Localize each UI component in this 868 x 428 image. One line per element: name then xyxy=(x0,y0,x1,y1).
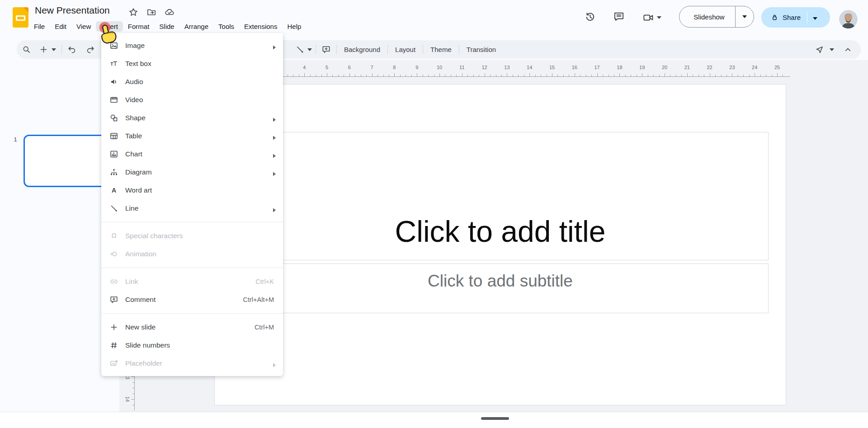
insert-menu-item-audio[interactable]: Audio xyxy=(101,73,283,91)
menubar-item-slide[interactable]: Slide xyxy=(154,21,179,32)
insert-menu-item-word-art[interactable]: AWord art xyxy=(101,181,283,199)
share-divider xyxy=(807,11,807,24)
menubar-item-help[interactable]: Help xyxy=(282,21,306,32)
menu-item-shortcut: Ctrl+Alt+M xyxy=(243,296,274,303)
share-options-caret[interactable] xyxy=(813,14,817,22)
insert-menu-item-comment[interactable]: CommentCtrl+Alt+M xyxy=(101,291,283,309)
slide-number: 1 xyxy=(11,136,20,143)
slide-numbers-icon xyxy=(109,341,118,350)
ruler-tick xyxy=(496,75,496,76)
avatar[interactable] xyxy=(839,10,858,28)
submenu-arrow-icon xyxy=(273,170,276,174)
line-icon xyxy=(109,204,118,213)
ruler-tick xyxy=(777,73,778,76)
ruler-tick xyxy=(687,73,688,76)
insert-menu-item-line[interactable]: Line xyxy=(101,199,283,217)
ruler-tick xyxy=(529,73,530,76)
ruler-tick xyxy=(327,73,327,76)
audio-icon xyxy=(109,77,118,86)
pointer-caret-icon[interactable] xyxy=(830,48,834,51)
menubar-item-file[interactable]: File xyxy=(29,21,50,32)
laser-pointer-icon[interactable] xyxy=(815,45,824,54)
ruler-number: 13 xyxy=(501,65,512,70)
menu-item-shortcut: Ctrl+M xyxy=(255,324,274,331)
animation-icon xyxy=(109,249,118,259)
toolbar-divider xyxy=(61,45,62,54)
ruler-tick xyxy=(349,73,350,76)
subtitle-placeholder-text: Click to add subtitle xyxy=(215,272,786,291)
open-comments-icon[interactable] xyxy=(613,11,625,23)
insert-menu-item-text-box[interactable]: Text box xyxy=(101,55,283,73)
share-button[interactable]: Share xyxy=(761,7,830,28)
insert-menu-item-video[interactable]: Video xyxy=(101,91,283,109)
menubar-item-tools[interactable]: Tools xyxy=(213,21,239,32)
insert-menu-item-new-slide[interactable]: New slideCtrl+M xyxy=(101,318,283,336)
menu-item-label: Placeholder xyxy=(125,359,273,367)
hide-menus-chevron-icon[interactable] xyxy=(843,45,853,54)
ruler-tick xyxy=(479,75,479,76)
menu-item-label: Line xyxy=(125,204,273,212)
theme-button[interactable]: Theme xyxy=(423,46,459,53)
line-tool-icon[interactable] xyxy=(295,45,305,54)
menubar: FileEditViewInsertFormatSlideArrangeTool… xyxy=(29,20,306,33)
star-icon[interactable] xyxy=(128,7,138,17)
insert-menu-item-table[interactable]: Table xyxy=(101,127,283,145)
ruler-tick xyxy=(772,75,772,76)
menubar-item-extensions[interactable]: Extensions xyxy=(239,21,282,32)
video-icon xyxy=(109,95,118,104)
ruler-tick xyxy=(557,75,558,76)
menubar-item-view[interactable]: View xyxy=(71,21,96,32)
ruler-tick xyxy=(642,73,642,76)
ruler-tick xyxy=(445,75,445,76)
ruler-tick xyxy=(372,73,373,76)
speaker-notes-resize-handle[interactable] xyxy=(481,417,509,420)
slideshow-options-caret[interactable] xyxy=(736,15,754,18)
menu-item-label: Chart xyxy=(125,150,273,158)
insert-menu-item-image[interactable]: Image xyxy=(101,37,283,55)
insert-menu-item-slide-numbers[interactable]: Slide numbers xyxy=(101,336,283,354)
ruler-tick xyxy=(383,75,384,76)
line-tool-caret-icon[interactable] xyxy=(307,48,312,51)
ruler-tick xyxy=(552,73,552,76)
transition-button[interactable]: Transition xyxy=(459,46,503,53)
insert-menu-item-shape[interactable]: Shape xyxy=(101,109,283,127)
text-box-icon xyxy=(109,59,118,68)
ruler-tick xyxy=(760,75,761,76)
placeholder-icon xyxy=(109,359,118,368)
meet-camera-icon[interactable] xyxy=(642,12,654,24)
ruler-tick xyxy=(310,75,311,76)
slide-canvas[interactable]: Click to add title Click to add subtitle xyxy=(214,84,786,405)
diagram-icon xyxy=(109,168,118,177)
menubar-item-insert[interactable]: Insert xyxy=(96,21,123,32)
new-slide-caret-icon[interactable] xyxy=(52,48,56,51)
add-comment-icon[interactable] xyxy=(321,45,331,54)
menu-divider xyxy=(101,313,283,314)
ruler-tick xyxy=(715,75,716,76)
meet-caret-icon[interactable] xyxy=(657,16,661,19)
menubar-item-edit[interactable]: Edit xyxy=(50,21,71,32)
ruler-tick xyxy=(726,75,727,76)
insert-menu-item-chart[interactable]: Chart xyxy=(101,145,283,163)
ruler-tick xyxy=(693,75,693,76)
word-art-icon: A xyxy=(109,186,118,195)
ruler-number: 17 xyxy=(592,65,603,70)
search-menus-icon[interactable] xyxy=(22,45,31,54)
redo-icon[interactable] xyxy=(86,45,95,54)
ruler-tick xyxy=(462,73,462,76)
move-folder-icon[interactable] xyxy=(146,7,156,17)
ruler-number: 16 xyxy=(569,65,580,70)
ruler-number: 24 xyxy=(749,65,760,70)
menubar-item-format[interactable]: Format xyxy=(123,21,155,32)
document-title[interactable]: New Presentation xyxy=(35,5,110,16)
slideshow-button[interactable]: Slideshow xyxy=(679,6,754,28)
insert-menu-item-diagram[interactable]: Diagram xyxy=(101,163,283,181)
version-history-icon[interactable] xyxy=(584,11,596,23)
new-slide-plus-icon[interactable] xyxy=(39,45,48,54)
ruler-tick xyxy=(721,75,722,76)
ruler-tick xyxy=(659,75,660,76)
menubar-item-arrange[interactable]: Arrange xyxy=(179,21,213,32)
background-button[interactable]: Background xyxy=(337,46,387,53)
undo-icon[interactable] xyxy=(67,45,76,54)
menu-item-shortcut: Ctrl+K xyxy=(255,278,274,285)
layout-button[interactable]: Layout xyxy=(388,46,423,53)
